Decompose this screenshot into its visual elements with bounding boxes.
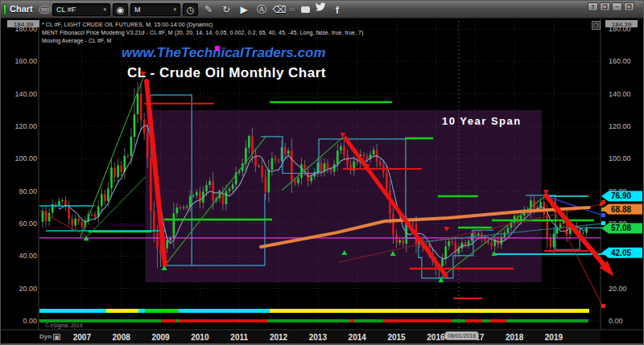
symbol-lookup-button[interactable]: ◉ <box>113 3 128 16</box>
facebook-f-icon: f <box>336 4 339 16</box>
svg-text:0.00: 0.00 <box>23 317 37 325</box>
help-button[interactable]: ? <box>588 2 598 11</box>
annotation-button[interactable]: Ⓐ <box>254 2 269 17</box>
minimize-button[interactable]: ─ <box>612 2 622 11</box>
interval-input[interactable]: M ▾ <box>130 3 180 16</box>
refresh-icon: ↻ <box>222 4 230 15</box>
twitter-bird-icon <box>316 2 326 11</box>
span-annotation: 10 Year Span <box>442 115 522 127</box>
svg-text:0.00: 0.00 <box>609 317 623 325</box>
svg-text:2013: 2013 <box>309 333 328 342</box>
maximize-button[interactable]: ❐ <box>624 2 634 11</box>
target-icon: ◉ <box>117 5 125 15</box>
svg-text:140.00: 140.00 <box>609 90 631 98</box>
chat-bubble-icon <box>301 6 310 13</box>
svg-text:76.90: 76.90 <box>611 191 631 200</box>
play-circle-icon: ▶ <box>240 4 247 15</box>
svg-text:2014: 2014 <box>349 333 367 342</box>
clock-icon: ◷ <box>187 5 195 15</box>
magenta-dot <box>215 46 220 51</box>
chevron-down-icon[interactable]: ▾ <box>168 6 176 13</box>
cursor-date-badge: 08/01/2016 <box>444 331 479 340</box>
svg-text:184.39: 184.39 <box>14 21 34 28</box>
svg-text:2009: 2009 <box>151 333 170 342</box>
svg-text:120.00: 120.00 <box>14 122 37 130</box>
dyn-label[interactable]: Dyn▦ <box>39 333 60 340</box>
website-watermark[interactable]: www.TheTechnicalTraders.com <box>122 45 326 61</box>
svg-text:57.08: 57.08 <box>611 224 631 232</box>
circled-a-icon: Ⓐ <box>257 3 266 17</box>
svg-text:2008: 2008 <box>113 333 131 342</box>
svg-text:2015: 2015 <box>387 333 406 342</box>
svg-text:2018: 2018 <box>506 333 524 342</box>
svg-text:2007: 2007 <box>73 333 92 342</box>
replay-button[interactable]: ▶ <box>237 2 251 17</box>
window-id-badge: 550 <box>39 6 52 14</box>
draw-pencil-button[interactable]: ✎ <box>201 2 216 17</box>
svg-text:160.00: 160.00 <box>609 57 631 65</box>
svg-text:100.00: 100.00 <box>609 154 631 162</box>
svg-text:2012: 2012 <box>270 333 288 342</box>
legend-ma-line: Moving Average - CL #F, M <box>42 37 363 45</box>
svg-text:60.00: 60.00 <box>19 220 37 228</box>
superscript-label: 01 <box>287 2 297 17</box>
legend-fibonacci-line: MENT Fibonacci Price Modeling V3.21d - C… <box>42 29 363 37</box>
svg-text:120.00: 120.00 <box>609 122 631 130</box>
eraser-icon: ⌫ <box>273 4 287 15</box>
chevron-down-icon[interactable]: ▾ <box>98 6 106 13</box>
chat-button[interactable] <box>298 2 312 17</box>
pencil-icon: ✎ <box>204 4 213 15</box>
svg-text:20.00: 20.00 <box>609 285 627 293</box>
window-accent-bar <box>3 4 6 15</box>
title-bar: Chart 550 CL #F ▾ ◉ M ▾ ◷ ✎ ↻ ▶ Ⓐ ⌫ 01 f… <box>1 1 644 18</box>
refresh-button[interactable]: ↻ <box>219 2 233 17</box>
svg-text:2010: 2010 <box>191 333 209 342</box>
indicator-legend: * CL #F, LIGHT CRUDE OIL FUTURES, M, 15:… <box>42 21 363 45</box>
svg-text:184.39: 184.39 <box>612 21 632 28</box>
calendar-icon[interactable]: ▦ <box>53 334 60 340</box>
svg-text:42.05: 42.05 <box>611 248 631 257</box>
restore-button[interactable]: ❐ <box>600 2 610 11</box>
copyright-label: © eSignal, 2019 <box>45 322 82 328</box>
twitter-share-button[interactable] <box>316 2 330 17</box>
svg-text:20.00: 20.00 <box>19 285 37 293</box>
svg-text:160.00: 160.00 <box>14 57 37 65</box>
window-title: Chart <box>10 4 33 14</box>
chart-title: CL - Crude Oil Monthly Chart <box>127 65 326 81</box>
svg-text:80.00: 80.00 <box>19 187 37 195</box>
chart-window: 180.00180.00160.00160.00140.00140.00120.… <box>0 0 644 345</box>
svg-text:100.00: 100.00 <box>14 154 37 162</box>
svg-text:2016: 2016 <box>427 333 445 342</box>
svg-text:2011: 2011 <box>230 333 248 342</box>
svg-text:40.00: 40.00 <box>19 252 37 260</box>
eraser-button[interactable]: ⌫ <box>272 2 287 17</box>
expand-chart-icon[interactable]: ❐ <box>592 21 601 30</box>
legend-symbol-line: * CL #F, LIGHT CRUDE OIL FUTURES, M, 15:… <box>42 21 363 29</box>
svg-text:2019: 2019 <box>545 333 564 342</box>
svg-text:68.88: 68.88 <box>611 205 631 214</box>
time-template-button[interactable]: ◷ <box>183 3 198 16</box>
facebook-share-button[interactable]: f <box>330 2 345 17</box>
svg-text:140.00: 140.00 <box>14 90 37 98</box>
symbol-input[interactable]: CL #F ▾ <box>52 3 110 16</box>
